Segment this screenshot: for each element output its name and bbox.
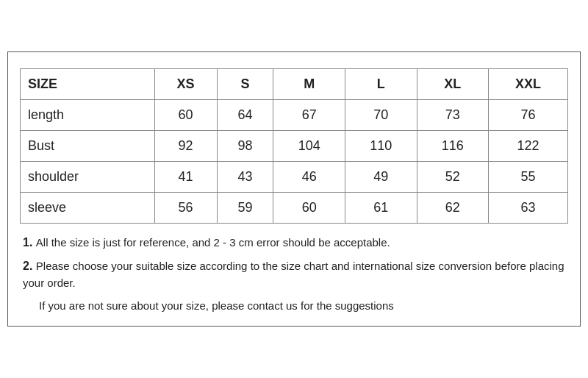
table-header-row: SIZE XS S M L XL XXL <box>21 69 568 100</box>
note-item-2: If you are not sure about your size, ple… <box>23 298 565 315</box>
notes-section: 1. All the size is just for reference, a… <box>20 234 568 314</box>
row-cell: 110 <box>345 131 417 162</box>
note-item-0: 1. All the size is just for reference, a… <box>23 234 565 252</box>
row-cell: 59 <box>217 193 273 224</box>
row-cell: 62 <box>417 193 489 224</box>
row-label: shoulder <box>21 162 155 193</box>
row-cell: 67 <box>273 100 345 131</box>
row-label: Bust <box>21 131 155 162</box>
note-item-1: 2. Please choose your suitable size acco… <box>23 257 565 292</box>
row-cell: 92 <box>154 131 217 162</box>
table-row: length606467707376 <box>21 100 568 131</box>
col-header-m: M <box>273 69 345 100</box>
row-cell: 63 <box>489 193 568 224</box>
row-label: sleeve <box>21 193 155 224</box>
row-cell: 98 <box>217 131 273 162</box>
row-cell: 46 <box>273 162 345 193</box>
row-cell: 41 <box>154 162 217 193</box>
row-cell: 52 <box>417 162 489 193</box>
row-cell: 55 <box>489 162 568 193</box>
row-cell: 49 <box>345 162 417 193</box>
row-cell: 76 <box>489 100 568 131</box>
row-cell: 56 <box>154 193 217 224</box>
col-header-xl: XL <box>417 69 489 100</box>
row-cell: 61 <box>345 193 417 224</box>
row-cell: 60 <box>154 100 217 131</box>
row-cell: 43 <box>217 162 273 193</box>
row-cell: 60 <box>273 193 345 224</box>
row-label: length <box>21 100 155 131</box>
table-row: sleeve565960616263 <box>21 193 568 224</box>
table-row: shoulder414346495255 <box>21 162 568 193</box>
col-header-xxl: XXL <box>489 69 568 100</box>
row-cell: 70 <box>345 100 417 131</box>
row-cell: 104 <box>273 131 345 162</box>
size-table: SIZE XS S M L XL XXL length606467707376B… <box>20 68 568 224</box>
row-cell: 64 <box>217 100 273 131</box>
col-header-xs: XS <box>154 69 217 100</box>
col-header-size: SIZE <box>21 69 155 100</box>
row-cell: 73 <box>417 100 489 131</box>
row-cell: 116 <box>417 131 489 162</box>
col-header-s: S <box>217 69 273 100</box>
col-header-l: L <box>345 69 417 100</box>
table-row: Bust9298104110116122 <box>21 131 568 162</box>
row-cell: 122 <box>489 131 568 162</box>
size-chart-container: SIZE XS S M L XL XXL length606467707376B… <box>7 51 581 327</box>
